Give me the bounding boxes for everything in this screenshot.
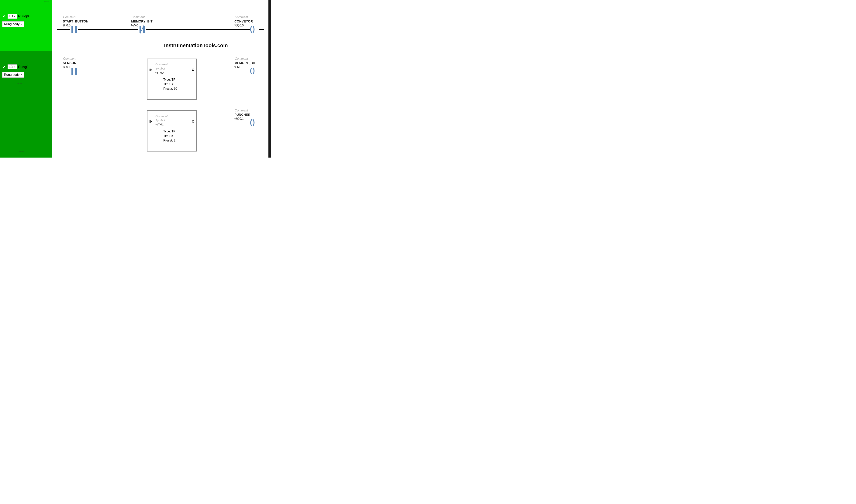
wire	[78, 71, 147, 71]
coil-icon[interactable]: ( )	[250, 67, 254, 74]
rung1-body-select[interactable]: Rung body ▼	[2, 72, 24, 78]
wire	[197, 123, 250, 123]
rung1-language-label: LD	[9, 65, 13, 69]
timer-block-tm0[interactable]: Comment Symbol %TM0 IN Q Type: TP TB: 1 …	[147, 58, 197, 100]
fb-comment-label: Comment	[155, 114, 168, 118]
memory-bit-out-address: %M0	[234, 65, 241, 69]
caret-down-icon: ▼	[14, 15, 16, 17]
rung1-valid-icon: ✔	[2, 65, 6, 69]
no-contact-icon[interactable]	[70, 26, 78, 33]
wire	[99, 71, 99, 123]
tm1-preset: Preset: 2	[163, 138, 175, 143]
rung0-body-label: Rung body	[4, 22, 19, 26]
sensor-symbol: SENSOR	[63, 61, 76, 65]
rung1-title: Rung1	[18, 65, 29, 69]
fb-symbol-label: Symbol	[155, 67, 165, 70]
comment-label: Comment	[63, 16, 76, 19]
rung0-language-select[interactable]: LD ▼	[7, 14, 17, 19]
tm1-type: Type: TP	[163, 129, 175, 134]
tm1-tb: TB: 1 s	[163, 134, 175, 138]
rung1-body-label: Rung body	[4, 73, 19, 77]
coil-icon[interactable]: ( )	[250, 25, 254, 33]
fb-in-label: IN	[149, 68, 153, 72]
sensor-address: %I0.1	[63, 65, 71, 69]
wire	[197, 71, 250, 71]
wire	[99, 123, 147, 123]
tm0-preset: Preset: 10	[163, 87, 177, 91]
comment-label: Comment	[132, 16, 145, 19]
tm0-address: %TM0	[155, 71, 163, 74]
puncher-address: %Q0.1	[234, 117, 244, 121]
rung0-body-select[interactable]: Rung body ▼	[2, 21, 24, 27]
memory-bit-symbol: MEMORY_BIT	[131, 20, 153, 23]
comment-label: Comment	[235, 109, 248, 112]
puncher-symbol: PUNCHER	[234, 113, 250, 117]
rung0-title: Rung0	[18, 14, 29, 18]
no-contact-icon[interactable]	[70, 68, 78, 75]
right-border	[268, 0, 271, 158]
tm1-address: %TM1	[155, 123, 163, 126]
fb-out-label: Q	[192, 120, 194, 124]
timer-block-tm1[interactable]: Comment Symbol %TM1 IN Q Type: TP TB: 1 …	[147, 110, 197, 151]
rung1-panel: See Tools See Tools ✔ LD ▼ Rung1 Rung bo…	[0, 51, 52, 158]
rung0-valid-icon: ✔	[2, 14, 6, 19]
nc-contact-icon[interactable]	[138, 26, 146, 33]
wire	[57, 29, 70, 30]
wire	[57, 71, 70, 71]
wire	[259, 123, 264, 123]
memory-bit-out-symbol: MEMORY_BIT	[234, 61, 256, 65]
fb-in-label: IN	[149, 120, 153, 124]
conveyor-symbol: CONVEYOR	[234, 20, 253, 23]
caret-down-icon: ▼	[14, 66, 16, 68]
wire	[146, 29, 250, 30]
start-button-address: %I0.0	[63, 24, 71, 27]
comment-label: Comment	[63, 57, 76, 60]
caret-down-icon: ▼	[20, 23, 22, 25]
tiny-label-tools-1: See Tools	[17, 83, 22, 84]
fb-out-label: Q	[192, 68, 194, 72]
watermark-text: InstrumentationTools.com	[164, 43, 228, 49]
fb-symbol-label: Symbol	[155, 119, 165, 122]
wire	[259, 29, 264, 30]
tm1-params: Type: TP TB: 1 s Preset: 2	[163, 129, 175, 143]
rung1-language-select[interactable]: LD ▼	[7, 65, 17, 69]
wire	[259, 71, 264, 71]
memory-bit-address: %M0	[131, 24, 138, 27]
comment-label: Comment	[235, 16, 248, 19]
conveyor-address: %Q0.0	[234, 24, 244, 27]
wire	[78, 29, 138, 30]
tiny-label-comments: Comments	[44, 1, 49, 2]
ladder-canvas: Comment START_BUTTON %I0.0 Comment MEMOR…	[52, 0, 266, 158]
tm0-tb: TB: 1 s	[163, 82, 177, 87]
tiny-label-tools-2: See Tools	[19, 151, 24, 152]
rung0-panel: Comments ✔ LD ▼ Rung0 Rung body ▼	[0, 0, 52, 51]
tm0-params: Type: TP TB: 1 s Preset: 10	[163, 77, 177, 91]
caret-down-icon: ▼	[20, 74, 22, 76]
start-button-symbol: START_BUTTON	[63, 20, 88, 23]
tm0-type: Type: TP	[163, 77, 177, 82]
comment-label: Comment	[235, 57, 248, 60]
fb-comment-label: Comment	[155, 63, 168, 66]
coil-icon[interactable]: ( )	[250, 118, 254, 126]
rung0-language-label: LD	[9, 14, 13, 18]
